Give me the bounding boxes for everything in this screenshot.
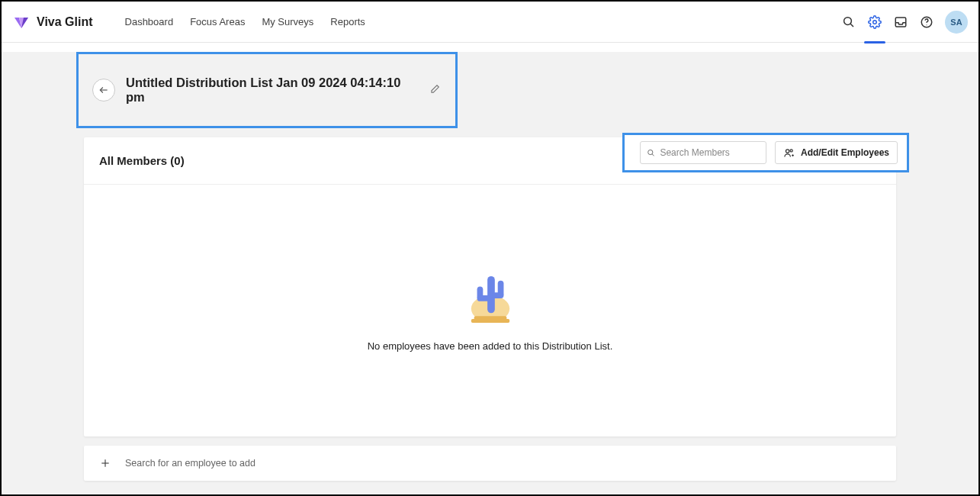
svg-point-10 bbox=[790, 149, 792, 151]
help-icon[interactable] bbox=[919, 14, 934, 30]
add-edit-employees-button[interactable]: Add/Edit Employees bbox=[775, 141, 898, 164]
nav-reports[interactable]: Reports bbox=[329, 13, 367, 31]
main-nav: Dashboard Focus Areas My Surveys Reports bbox=[124, 13, 367, 31]
page-area: Untitled Distribution List Jan 09 2024 0… bbox=[2, 52, 978, 496]
svg-point-2 bbox=[873, 20, 877, 24]
arrow-left-icon bbox=[98, 85, 109, 95]
plus-icon bbox=[99, 457, 111, 469]
people-add-icon bbox=[783, 147, 795, 159]
svg-rect-18 bbox=[491, 292, 503, 298]
inbox-icon[interactable] bbox=[893, 14, 908, 30]
search-members-box[interactable] bbox=[640, 141, 766, 164]
svg-point-5 bbox=[926, 24, 927, 25]
cactus-illustration-icon bbox=[467, 270, 514, 325]
title-region-highlight: Untitled Distribution List Jan 09 2024 0… bbox=[76, 52, 458, 128]
nav-focus-areas[interactable]: Focus Areas bbox=[188, 13, 246, 31]
svg-rect-16 bbox=[477, 295, 490, 301]
brand[interactable]: Viva Glint bbox=[12, 13, 93, 31]
brand-name: Viva Glint bbox=[37, 15, 93, 29]
empty-state-message: No employees have been added to this Dis… bbox=[368, 340, 613, 352]
back-button[interactable] bbox=[92, 79, 115, 101]
nav-dashboard[interactable]: Dashboard bbox=[124, 13, 175, 31]
topbar: Viva Glint Dashboard Focus Areas My Surv… bbox=[2, 2, 978, 43]
page-title: Untitled Distribution List Jan 09 2024 0… bbox=[126, 76, 419, 105]
svg-line-1 bbox=[850, 24, 853, 27]
svg-line-8 bbox=[652, 153, 654, 155]
nav-my-surveys[interactable]: My Surveys bbox=[260, 13, 315, 31]
viva-glint-logo-icon bbox=[12, 13, 31, 31]
search-icon bbox=[647, 148, 655, 158]
avatar-initials: SA bbox=[950, 18, 962, 27]
gear-icon[interactable] bbox=[867, 14, 882, 30]
pencil-icon bbox=[429, 84, 440, 95]
members-controls-highlight: Add/Edit Employees bbox=[622, 133, 909, 172]
members-heading: All Members (0) bbox=[99, 154, 185, 167]
svg-rect-20 bbox=[471, 319, 509, 323]
svg-point-9 bbox=[786, 149, 789, 152]
avatar[interactable]: SA bbox=[945, 11, 968, 34]
svg-point-0 bbox=[844, 17, 852, 24]
search-icon[interactable] bbox=[841, 14, 856, 30]
add-employee-hint: Search for an employee to add bbox=[125, 458, 255, 469]
topbar-right: SA bbox=[841, 11, 968, 34]
add-employee-bar[interactable]: Search for an employee to add bbox=[84, 446, 896, 481]
members-card-header: All Members (0) bbox=[84, 137, 896, 185]
add-edit-employees-label: Add/Edit Employees bbox=[801, 147, 889, 158]
edit-title-button[interactable] bbox=[429, 84, 442, 96]
svg-point-7 bbox=[648, 150, 653, 154]
members-card: All Members (0) bbox=[84, 137, 896, 436]
empty-state: No employees have been added to this Dis… bbox=[84, 185, 896, 436]
search-members-input[interactable] bbox=[660, 147, 760, 158]
